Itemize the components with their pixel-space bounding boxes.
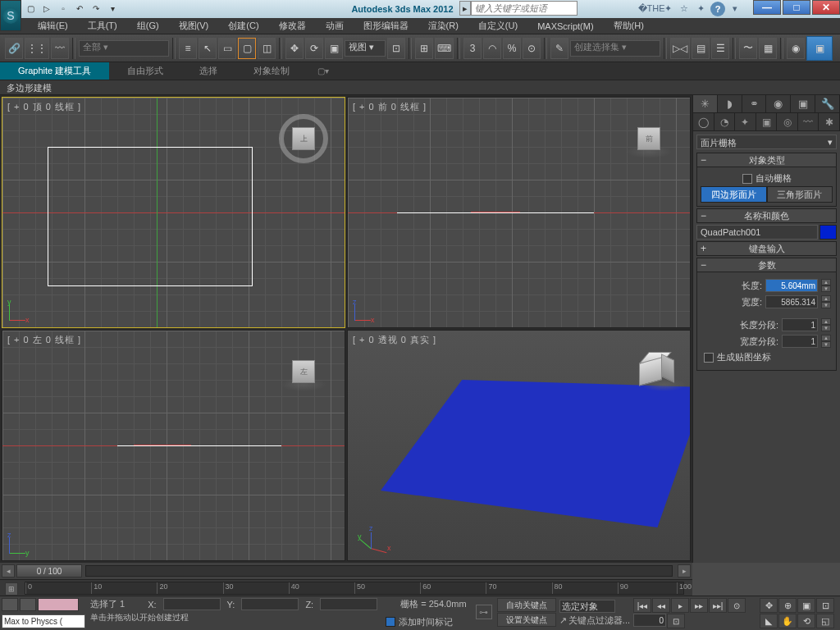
ribbon-tab-freeform[interactable]: 自由形式 bbox=[109, 62, 181, 80]
cameras-icon[interactable]: ▣ bbox=[756, 113, 778, 130]
rollout-parameters[interactable]: −参数 bbox=[696, 258, 837, 272]
viewport-top[interactable]: [ + 0 顶 0 线框 ] 上 xy bbox=[2, 97, 345, 328]
material-icon[interactable]: ◉ bbox=[787, 38, 805, 59]
zoom-all-icon[interactable]: ▣ bbox=[797, 598, 815, 613]
ribbon-tab-selection[interactable]: 选择 bbox=[181, 62, 235, 80]
coord-x-field[interactable] bbox=[163, 598, 221, 610]
open-icon[interactable]: ▷ bbox=[39, 2, 54, 15]
menu-graph[interactable]: 图形编辑器 bbox=[355, 18, 417, 34]
new-icon[interactable]: ▢ bbox=[23, 2, 38, 15]
viewport-front[interactable]: [ + 0 前 0 线框 ] 前 xz bbox=[347, 97, 691, 328]
key-filters-button[interactable]: 关键点过滤器... bbox=[568, 614, 630, 627]
display-tab-icon[interactable]: ▣ bbox=[791, 95, 815, 112]
menu-anim[interactable]: 动画 bbox=[317, 18, 352, 34]
percent-snap-icon[interactable]: % bbox=[503, 38, 521, 59]
bind-icon[interactable]: 〰 bbox=[51, 38, 69, 59]
save-icon[interactable]: ▫ bbox=[56, 2, 71, 15]
lock-icon[interactable]: ⊶ bbox=[476, 605, 492, 619]
link-icon[interactable]: 🔗 bbox=[5, 38, 23, 59]
key-tangent-icon[interactable]: ↗ bbox=[559, 615, 567, 626]
maxscript-btn-1[interactable] bbox=[2, 598, 18, 611]
lights-icon[interactable]: ✦ bbox=[735, 113, 756, 130]
width-spin-buttons[interactable]: ▲▼ bbox=[821, 295, 831, 308]
viewcube-persp[interactable] bbox=[639, 354, 672, 386]
time-prev-icon[interactable]: ◂ bbox=[2, 564, 15, 578]
select-region-icon[interactable]: ▢ bbox=[238, 38, 256, 59]
help-icon[interactable]: ? bbox=[710, 2, 725, 16]
keyboard-icon[interactable]: ⌨ bbox=[435, 38, 454, 59]
trackbar-mode-icon[interactable]: ⊞ bbox=[5, 582, 18, 596]
community-icon[interactable]: ✦ bbox=[694, 2, 707, 15]
viewport-left-label[interactable]: [ + 0 左 0 线框 ] bbox=[7, 334, 81, 346]
pan-icon[interactable]: ✥ bbox=[760, 598, 778, 613]
coord-y-field[interactable] bbox=[241, 598, 299, 610]
search-input[interactable] bbox=[471, 1, 578, 16]
viewport-left[interactable]: [ + 0 左 0 线框 ] 左 yz bbox=[2, 330, 345, 561]
object-name-field[interactable] bbox=[696, 225, 818, 240]
qat-dropdown-icon[interactable]: ▾ bbox=[105, 2, 120, 15]
menu-views[interactable]: 视图(V) bbox=[171, 18, 217, 34]
select-name-icon[interactable]: ▭ bbox=[218, 38, 236, 59]
menu-tools[interactable]: 工具(T) bbox=[80, 18, 126, 34]
maximize-button[interactable]: □ bbox=[783, 0, 810, 15]
shapes-icon[interactable]: ◔ bbox=[714, 113, 736, 130]
subscription-icon[interactable]: �THE bbox=[645, 2, 658, 15]
menu-create[interactable]: 创建(C) bbox=[220, 18, 267, 34]
ribbon-tab-paint[interactable]: 对象绘制 bbox=[235, 62, 308, 80]
application-button[interactable]: S bbox=[0, 0, 21, 31]
rollout-name-color[interactable]: −名称和颜色 bbox=[696, 208, 837, 223]
minimize-button[interactable]: — bbox=[753, 0, 781, 15]
viewport-perspective[interactable]: [ + 0 透视 0 真实 ] xyz bbox=[347, 330, 691, 561]
exchange-icon[interactable]: ✦ bbox=[661, 2, 674, 15]
current-frame-field[interactable]: 0 bbox=[633, 614, 666, 627]
mirror-icon[interactable]: ▷◁ bbox=[670, 38, 690, 59]
zoom-extents-icon[interactable]: ⊡ bbox=[816, 598, 834, 613]
quad-patch-button[interactable]: 四边形面片 bbox=[701, 186, 767, 203]
menu-help[interactable]: 帮助(H) bbox=[605, 18, 652, 34]
render-setup-icon[interactable]: ▣ bbox=[806, 36, 833, 61]
time-next-icon[interactable]: ▸ bbox=[678, 564, 691, 578]
gen-map-checkbox[interactable] bbox=[704, 353, 714, 363]
auto-key-button[interactable]: 自动关键点 bbox=[497, 598, 556, 612]
geometry-icon[interactable]: ◯ bbox=[693, 113, 714, 130]
ref-coord-dropdown[interactable]: 视图 ▾ bbox=[345, 40, 386, 57]
spinner-snap-icon[interactable]: ⊙ bbox=[523, 38, 541, 59]
length-spinner[interactable]: 5.604mm bbox=[765, 279, 818, 292]
autogrid-checkbox[interactable] bbox=[742, 174, 752, 184]
named-sel-edit-icon[interactable]: ✎ bbox=[550, 38, 568, 59]
snap-3-icon[interactable]: 3 bbox=[463, 38, 482, 59]
time-slider-handle[interactable]: 0 / 100 bbox=[16, 564, 82, 578]
category-dropdown[interactable]: 面片栅格▾ bbox=[696, 135, 837, 149]
key-target-dropdown[interactable]: 选定对象 bbox=[559, 600, 615, 613]
hierarchy-tab-icon[interactable]: ⚭ bbox=[742, 95, 767, 112]
goto-end-icon[interactable]: ▸▸| bbox=[709, 598, 727, 613]
unlink-icon[interactable]: ⋮⋮ bbox=[25, 38, 49, 59]
viewcube-top[interactable]: 上 bbox=[279, 114, 328, 163]
tri-patch-button[interactable]: 三角形面片 bbox=[767, 186, 833, 203]
next-frame-icon[interactable]: ▸▸ bbox=[690, 598, 708, 613]
object-color-swatch[interactable] bbox=[819, 225, 837, 240]
coord-z-field[interactable] bbox=[320, 598, 377, 610]
maxscript-btn-2[interactable] bbox=[20, 598, 36, 611]
create-tab-icon[interactable]: ✳ bbox=[693, 95, 718, 112]
curve-editor-icon[interactable]: 〜 bbox=[739, 38, 757, 59]
menu-group[interactable]: 组(G) bbox=[129, 18, 167, 34]
fov-icon[interactable]: ◣ bbox=[760, 614, 778, 628]
select-icon[interactable]: ↖ bbox=[199, 38, 217, 59]
key-mode-icon[interactable]: ⊙ bbox=[728, 598, 746, 613]
time-slider-track[interactable] bbox=[85, 565, 673, 577]
pivot-icon[interactable]: ⊡ bbox=[387, 38, 405, 59]
viewcube-left[interactable]: 左 bbox=[279, 347, 328, 396]
viewcube-front[interactable]: 前 bbox=[624, 114, 673, 163]
move-icon[interactable]: ✥ bbox=[285, 38, 304, 59]
ribbon-tab-graphite[interactable]: Graphite 建模工具 bbox=[0, 62, 109, 80]
menu-script[interactable]: MAXScript(M) bbox=[529, 20, 601, 33]
track-ruler[interactable]: 0 10 20 30 40 50 60 70 80 90 100 bbox=[25, 582, 684, 595]
length-spin-buttons[interactable]: ▲▼ bbox=[821, 279, 831, 292]
systems-icon[interactable]: ✱ bbox=[819, 113, 840, 130]
pan-view-icon[interactable]: ✋ bbox=[778, 614, 797, 628]
time-slider[interactable]: ◂ 0 / 100 ▸ bbox=[0, 563, 692, 579]
undo-icon[interactable]: ↶ bbox=[72, 2, 87, 15]
orbit-icon[interactable]: ⟲ bbox=[797, 614, 815, 628]
ribbon-expand-icon[interactable]: ▢▾ bbox=[317, 66, 329, 75]
